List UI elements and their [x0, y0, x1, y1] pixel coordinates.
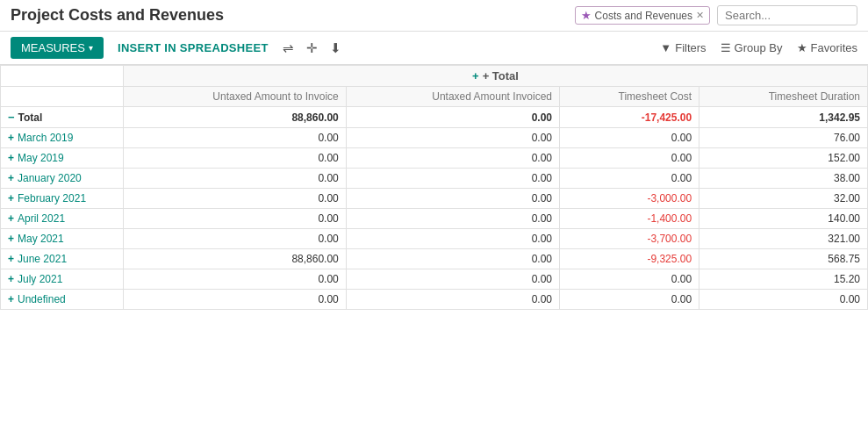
toolbar: MEASURES ▾ INSERT IN SPREADSHEET ⇌ ✛ ⬇ ▼…: [0, 32, 868, 65]
search-input[interactable]: [717, 5, 857, 25]
row-2-val-0: 0.00: [124, 169, 347, 189]
total-row-val-1: 0.00: [346, 107, 559, 128]
table-row: +May 20190.000.000.00152.00: [1, 148, 868, 169]
total-row-val-3: 1,342.95: [699, 107, 868, 128]
row-label-5: +May 2021: [1, 229, 124, 249]
group-header: + + Total: [124, 66, 868, 87]
filter-icon: ▼: [660, 41, 671, 54]
col-header-2: Timesheet Cost: [560, 87, 699, 107]
row-1-val-3: 152.00: [699, 148, 868, 169]
row-link[interactable]: January 2020: [18, 172, 82, 184]
row-7-val-3: 15.20: [699, 269, 868, 290]
group-by-button[interactable]: ☰ Group By: [721, 41, 783, 54]
row-3-val-3: 32.00: [699, 189, 868, 209]
row-2-val-3: 38.00: [699, 169, 868, 189]
row-3-val-0: 0.00: [124, 189, 347, 209]
close-icon[interactable]: ✕: [696, 10, 704, 21]
expand-icon[interactable]: +: [8, 172, 14, 184]
row-link[interactable]: May 2021: [18, 233, 64, 245]
expand-icon[interactable]: +: [8, 253, 14, 265]
row-6-val-0: 88,860.00: [124, 249, 347, 269]
row-link[interactable]: April 2021: [18, 212, 65, 225]
expand-icon[interactable]: +: [8, 152, 14, 164]
table-row: +February 20210.000.00-3,000.0032.00: [1, 189, 868, 209]
adjust-icon[interactable]: ⇌: [283, 40, 294, 56]
row-label-0: +March 2019: [1, 128, 124, 148]
row-link[interactable]: February 2021: [18, 192, 86, 205]
row-1-val-2: 0.00: [560, 148, 699, 169]
col-header-0: Untaxed Amount to Invoice: [124, 87, 347, 107]
row-link[interactable]: June 2021: [18, 253, 67, 265]
measures-label: MEASURES: [21, 41, 85, 54]
row-8-val-2: 0.00: [560, 290, 699, 310]
row-label-3: +February 2021: [1, 189, 124, 209]
row-0-val-1: 0.00: [346, 128, 559, 148]
row-label-7: +July 2021: [1, 269, 124, 290]
row-4-val-1: 0.00: [346, 209, 559, 229]
favorites-star-icon: ★: [797, 41, 807, 54]
row-1-val-0: 0.00: [124, 148, 347, 169]
row-3-val-2: -3,000.00: [560, 189, 699, 209]
row-5-val-2: -3,700.00: [560, 229, 699, 249]
row-2-val-2: 0.00: [560, 169, 699, 189]
expand-icon[interactable]: +: [8, 132, 14, 144]
col-header-3: Timesheet Duration: [699, 87, 868, 107]
row-link[interactable]: Undefined: [18, 293, 66, 305]
total-row-label: −Total: [1, 107, 124, 128]
row-7-val-0: 0.00: [124, 269, 347, 290]
table-row: +January 20200.000.000.0038.00: [1, 169, 868, 189]
row-label-2: +January 2020: [1, 169, 124, 189]
pivot-table: + + Total Untaxed Amount to InvoiceUntax…: [0, 65, 868, 310]
row-7-val-2: 0.00: [560, 269, 699, 290]
expand-icon[interactable]: +: [8, 293, 14, 305]
row-6-val-1: 0.00: [346, 249, 559, 269]
lines-icon: ☰: [721, 41, 731, 54]
expand-icon[interactable]: +: [8, 192, 14, 205]
row-label-1: +May 2019: [1, 148, 124, 169]
row-6-val-2: -9,325.00: [560, 249, 699, 269]
expand-icon[interactable]: +: [8, 212, 14, 225]
group-header-label: + Total: [483, 69, 519, 83]
filters-button[interactable]: ▼ Filters: [660, 41, 706, 54]
col-row-header-empty: [1, 87, 124, 107]
toolbar-left: MEASURES ▾ INSERT IN SPREADSHEET ⇌ ✛ ⬇: [11, 37, 341, 59]
favorite-tag[interactable]: ★ Costs and Revenues ✕: [575, 6, 710, 25]
measures-button[interactable]: MEASURES ▾: [11, 37, 104, 59]
collapse-icon[interactable]: −: [8, 111, 15, 124]
row-8-val-3: 0.00: [699, 290, 868, 310]
download-icon[interactable]: ⬇: [330, 40, 341, 56]
table-row: +April 20210.000.00-1,400.00140.00: [1, 209, 868, 229]
row-4-val-3: 140.00: [699, 209, 868, 229]
toolbar-icons: ⇌ ✛ ⬇: [283, 40, 341, 56]
total-row-val-0: 88,860.00: [124, 107, 347, 128]
row-1-val-1: 0.00: [346, 148, 559, 169]
row-link[interactable]: March 2019: [18, 132, 73, 144]
expand-icon[interactable]: +: [8, 273, 14, 285]
row-6-val-3: 568.75: [699, 249, 868, 269]
top-bar: Project Costs and Revenues ★ Costs and R…: [0, 0, 868, 32]
row-4-val-2: -1,400.00: [560, 209, 699, 229]
top-right: ★ Costs and Revenues ✕: [575, 5, 857, 25]
row-7-val-1: 0.00: [346, 269, 559, 290]
row-label-4: +April 2021: [1, 209, 124, 229]
table-row: +June 202188,860.000.00-9,325.00568.75: [1, 249, 868, 269]
add-icon[interactable]: ✛: [306, 40, 318, 56]
expand-icon[interactable]: +: [8, 233, 14, 245]
row-0-val-2: 0.00: [560, 128, 699, 148]
row-5-val-0: 0.00: [124, 229, 347, 249]
pivot-container: + + Total Untaxed Amount to InvoiceUntax…: [0, 65, 868, 319]
table-row: +March 20190.000.000.0076.00: [1, 128, 868, 148]
row-link[interactable]: July 2021: [18, 273, 62, 285]
star-icon: ★: [581, 9, 592, 22]
favorites-button[interactable]: ★ Favorites: [797, 41, 857, 54]
insert-spreadsheet-button[interactable]: INSERT IN SPREADSHEET: [118, 41, 269, 54]
row-5-val-3: 321.00: [699, 229, 868, 249]
table-row: +July 20210.000.000.0015.20: [1, 269, 868, 290]
favorite-tag-label: Costs and Revenues: [595, 10, 692, 22]
row-0-val-3: 76.00: [699, 128, 868, 148]
toolbar-right: ▼ Filters ☰ Group By ★ Favorites: [660, 41, 857, 54]
row-header-empty: [1, 66, 124, 87]
row-link[interactable]: May 2019: [18, 152, 64, 164]
row-5-val-1: 0.00: [346, 229, 559, 249]
table-row: +May 20210.000.00-3,700.00321.00: [1, 229, 868, 249]
